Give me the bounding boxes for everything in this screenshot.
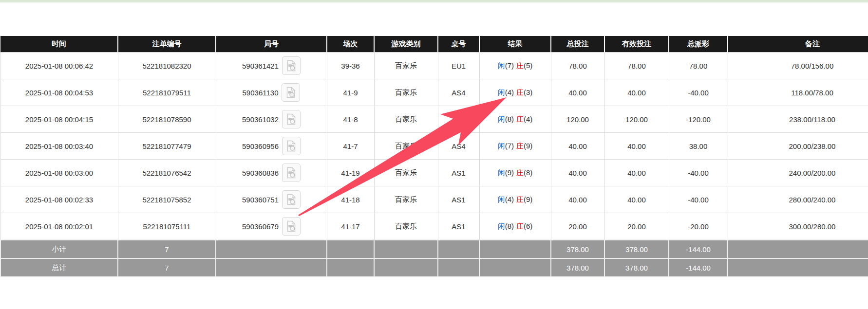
- cell-game-type: 百家乐: [374, 106, 438, 133]
- cell-total-bet[interactable]: 78.00: [551, 53, 604, 79]
- player-result-score: (8): [505, 115, 514, 123]
- banker-result-score: (9): [524, 195, 532, 203]
- col-header-result: 结果: [479, 36, 551, 53]
- cell-bet-id: 522181075852: [118, 186, 216, 213]
- round-id-text: 590360751: [242, 196, 279, 204]
- player-result-score: (9): [505, 168, 514, 177]
- cell-round-id: 590361130: [216, 79, 327, 106]
- cell-valid-bet: 120.00: [604, 106, 669, 133]
- banker-result-score: (4): [524, 115, 532, 123]
- cell-game-type: 百家乐: [374, 133, 438, 160]
- cell-summary-empty: [327, 258, 374, 277]
- cell-valid-bet: 40.00: [604, 160, 669, 186]
- player-result-label: 闲: [498, 195, 505, 203]
- cell-summary-empty: [374, 240, 438, 258]
- cell-table-no: AS4: [438, 133, 479, 160]
- video-record-button[interactable]: [282, 83, 300, 102]
- player-result-score: (4): [505, 88, 514, 96]
- col-header-round-id: 局号: [216, 36, 327, 53]
- cell-table-no: AS4: [438, 79, 479, 106]
- cell-remark: 238.00/118.00: [728, 106, 868, 133]
- player-result-label: 闲: [498, 142, 505, 150]
- round-id-text: 590361032: [242, 115, 279, 124]
- cell-total-bet[interactable]: 40.00: [551, 79, 604, 106]
- banker-result-label: 庄: [516, 61, 524, 70]
- cell-time: 2025-01-08 00:04:15: [0, 106, 118, 133]
- banker-result-label: 庄: [516, 195, 524, 203]
- cell-session: 41-19: [327, 160, 374, 186]
- player-result-label: 闲: [498, 88, 505, 96]
- cell-result: 闲(8)庄(6): [479, 213, 551, 240]
- cell-total-bet[interactable]: 40.00: [551, 160, 604, 186]
- cell-summary-empty: [438, 258, 479, 277]
- cell-summary-empty: [479, 240, 551, 258]
- cell-summary-empty: [216, 240, 327, 258]
- cell-time: 2025-01-08 00:02:01: [0, 213, 118, 240]
- video-record-button[interactable]: [282, 110, 301, 128]
- cell-summary-empty: [728, 240, 868, 258]
- summary-row: 总计 7 378.00 378.00 -144.00: [0, 258, 868, 277]
- video-record-icon: [285, 140, 297, 152]
- cell-result: 闲(7)庄(9): [479, 133, 551, 160]
- cell-round-id: 590361421: [216, 53, 327, 79]
- top-green-strip: [0, 0, 868, 2]
- cell-round-id: 590361032: [216, 106, 327, 133]
- cell-total-bet[interactable]: 40.00: [551, 133, 604, 160]
- cell-bet-id: 522181077479: [118, 133, 216, 160]
- video-record-button[interactable]: [282, 217, 301, 236]
- banker-result-label: 庄: [516, 88, 524, 96]
- cell-total-bet[interactable]: 120.00: [551, 106, 604, 133]
- cell-session: 41-18: [327, 186, 374, 213]
- cell-time: 2025-01-08 00:03:40: [0, 133, 118, 160]
- banker-result-label: 庄: [516, 222, 524, 230]
- table-row: 2025-01-08 00:04:15 522181078590 5903610…: [0, 106, 868, 133]
- player-result-label: 闲: [498, 61, 505, 70]
- cell-payout: 38.00: [669, 133, 728, 160]
- cell-summary-label: 总计: [0, 258, 118, 277]
- cell-valid-bet: 40.00: [604, 133, 669, 160]
- round-id-text: 590360836: [242, 169, 279, 177]
- video-record-button[interactable]: [282, 190, 301, 209]
- cell-summary-payout: -144.00: [669, 240, 728, 258]
- player-result-score: (7): [505, 142, 514, 150]
- cell-table-no: AS1: [438, 160, 479, 186]
- cell-session: 39-36: [327, 53, 374, 79]
- col-header-game-type: 游戏类别: [374, 36, 438, 53]
- banker-result-score: (8): [524, 168, 532, 177]
- video-record-button[interactable]: [282, 56, 301, 75]
- cell-round-id: 590360679: [216, 213, 327, 240]
- cell-bet-id: 522181076542: [118, 160, 216, 186]
- banker-result-label: 庄: [516, 142, 524, 150]
- cell-payout: -20.00: [669, 213, 728, 240]
- video-record-icon: [285, 60, 297, 72]
- cell-summary-empty: [374, 258, 438, 277]
- cell-summary-empty: [216, 258, 327, 277]
- cell-total-bet[interactable]: 20.00: [551, 213, 604, 240]
- player-result-score: (8): [505, 222, 514, 230]
- video-record-icon: [285, 87, 297, 98]
- col-header-table-no: 桌号: [438, 36, 479, 53]
- cell-table-no: EU1: [438, 53, 479, 79]
- cell-valid-bet: 40.00: [604, 186, 669, 213]
- video-record-button[interactable]: [282, 164, 301, 182]
- cell-payout: 78.00: [669, 53, 728, 79]
- cell-result: 闲(7)庄(5): [479, 53, 551, 79]
- video-record-button[interactable]: [282, 137, 301, 155]
- cell-game-type: 百家乐: [374, 213, 438, 240]
- video-record-icon: [285, 194, 297, 205]
- table-header-row: 时间 注单编号 局号 场次 游戏类别 桌号 结果 总投注 有效投注 总派彩 备注: [0, 36, 868, 53]
- cell-summary-valid-bet: 378.00: [604, 240, 669, 258]
- cell-remark: 280.00/240.00: [728, 186, 868, 213]
- cell-payout: -40.00: [669, 160, 728, 186]
- cell-summary-valid-bet: 378.00: [604, 258, 669, 277]
- cell-summary-empty: [327, 240, 374, 258]
- cell-payout: -40.00: [669, 186, 728, 213]
- cell-summary-total-bet: 378.00: [551, 240, 604, 258]
- cell-time: 2025-01-08 00:03:00: [0, 160, 118, 186]
- cell-time: 2025-01-08 00:02:33: [0, 186, 118, 213]
- cell-total-bet[interactable]: 40.00: [551, 186, 604, 213]
- cell-summary-empty: [728, 258, 868, 277]
- cell-bet-id: 522181079511: [118, 79, 216, 106]
- round-id-text: 590360679: [242, 222, 279, 231]
- player-result-label: 闲: [498, 222, 505, 230]
